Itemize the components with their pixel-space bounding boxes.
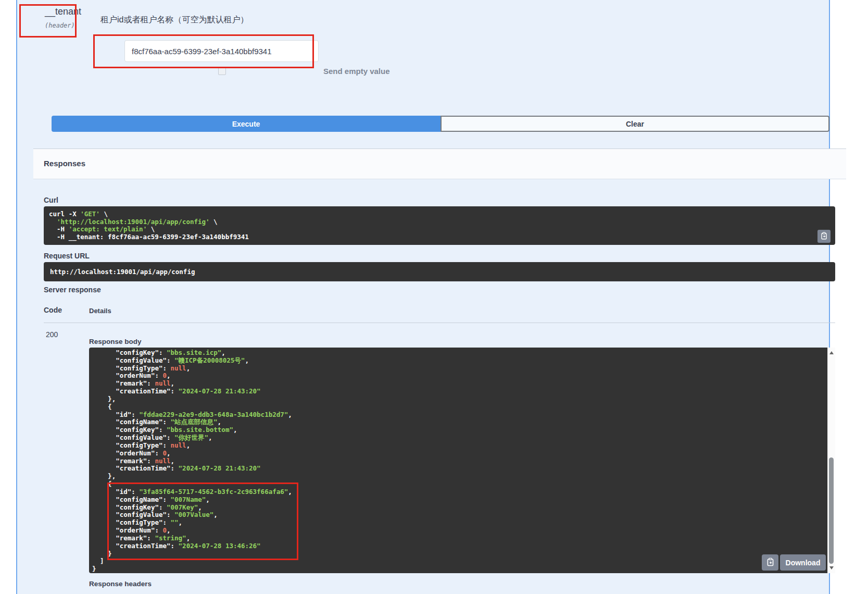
parameter-description: 租户id或者租户名称（可空为默认租户） — [100, 15, 248, 26]
download-button[interactable]: Download — [780, 554, 826, 571]
swagger-api-page: __tenant (header) 租户id或者租户名称（可空为默认租户） Se… — [0, 0, 868, 594]
request-url-value: http://localhost:19001/api/app/config — [44, 262, 835, 281]
request-url-label: Request URL — [44, 252, 90, 260]
parameter-name: __tenant — [45, 6, 81, 17]
send-empty-label: Send empty value — [323, 67, 390, 76]
responses-title: Responses — [44, 159, 85, 168]
code-column-header: Code — [44, 306, 62, 314]
parameter-location: (header) — [45, 22, 75, 29]
send-empty-checkbox[interactable] — [218, 67, 226, 75]
responses-section-header: Responses — [33, 148, 846, 179]
scrollbar-thumb[interactable] — [829, 457, 834, 564]
header-divider — [44, 323, 835, 323]
response-body-wrapper: "configKey": "bbs.site.icp", "configValu… — [89, 348, 835, 573]
copy-response-button[interactable] — [762, 554, 778, 571]
clipboard-copy-icon — [766, 558, 775, 568]
response-body-label: Response body — [89, 338, 142, 345]
copy-to-clipboard-button[interactable] — [817, 230, 831, 243]
execute-button[interactable]: Execute — [52, 116, 441, 132]
curl-command-block: curl -X 'GET' \ 'http://localhost:19001/… — [44, 206, 835, 245]
opblock-body: __tenant (header) 租户id或者租户名称（可空为默认租户） Se… — [16, 0, 830, 594]
clipboard-copy-icon — [820, 232, 828, 241]
response-scrollbar[interactable] — [827, 348, 835, 573]
response-headers-label: Response headers — [89, 580, 152, 588]
response-body-json: "configKey": "bbs.site.icp", "configValu… — [92, 349, 827, 573]
tenant-input[interactable] — [124, 40, 319, 62]
response-body-block: "configKey": "bbs.site.icp", "configValu… — [89, 348, 827, 573]
clear-button[interactable]: Clear — [441, 116, 829, 132]
curl-label: Curl — [44, 196, 58, 204]
scroll-down-arrow-icon[interactable] — [829, 566, 834, 570]
curl-command-text: curl -X 'GET' \ 'http://localhost:19001/… — [44, 206, 835, 245]
scroll-up-arrow-icon[interactable] — [829, 351, 834, 354]
server-response-label: Server response — [44, 286, 101, 294]
details-column-header: Details — [89, 307, 111, 315]
status-code: 200 — [46, 330, 58, 339]
